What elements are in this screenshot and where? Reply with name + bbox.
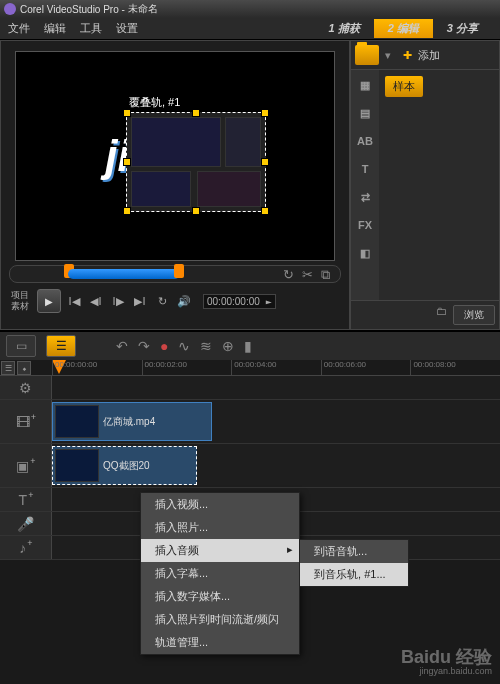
dropdown-icon[interactable]: ▾ [385,49,391,62]
library-body: ▦ ▤ AB T ⇄ FX ◧ 样本 [351,70,499,300]
ctx-insert-photo[interactable]: 插入照片... [141,516,299,539]
overlay-track-head-icon[interactable]: ▣ [0,444,52,487]
ruler-tick: 00:00:00:00 [52,360,142,375]
watermark: Baidu 经验 jingyan.baidu.com [401,650,492,678]
clip-thumb [55,449,99,482]
step-capture[interactable]: 1 捕获 [314,19,373,38]
cut-icon[interactable]: ✂ [302,267,313,283]
loop-button[interactable]: ↻ [153,292,171,310]
resize-handle[interactable] [261,109,269,117]
ctx-insert-digital[interactable]: 插入数字媒体... [141,585,299,608]
track-body[interactable] [52,376,500,399]
resize-handle[interactable] [123,109,131,117]
mode-labels: 项目 素材 [11,290,29,312]
ctx-insert-timelapse[interactable]: 插入照片到时间流逝/频闪 [141,608,299,631]
repeat-icon[interactable]: ↻ [283,267,294,283]
ctx-to-voice-track[interactable]: 到语音轨... [300,540,408,563]
clip-overlay[interactable]: QQ截图20 [52,446,197,485]
clip-label: 亿商城.mp4 [103,415,155,429]
tab-ab-icon[interactable]: AB [355,132,375,150]
next-frame-button[interactable]: I▶ [109,292,127,310]
scrub-bar[interactable]: ↻ ✂ ⧉ [9,265,341,283]
ctx-insert-video[interactable]: 插入视频... [141,493,299,516]
trim-out-handle[interactable] [174,264,184,278]
watermark-brand: Baidu 经验 [401,650,492,664]
resize-handle[interactable] [192,109,200,117]
split-icon[interactable]: ⧉ [321,267,330,283]
overlay-selection[interactable]: 覆叠轨, #1 [126,112,266,212]
library-item-sample[interactable]: 样本 [385,76,423,97]
mode-project[interactable]: 项目 [11,290,29,301]
resize-handle[interactable] [192,207,200,215]
ctx-to-music-track[interactable]: 到音乐轨, #1... [300,563,408,586]
mode-clip[interactable]: 素材 [11,301,29,312]
undo-button[interactable]: ↶ [116,338,128,354]
tab-title-icon[interactable]: T [355,160,375,178]
title-track-head-icon[interactable]: T [0,488,52,511]
timeline-view-button[interactable]: ☰ [46,335,76,357]
title-sep: - [119,4,128,15]
resize-handle[interactable] [261,207,269,215]
step-share[interactable]: 3 分享 [433,19,492,38]
timeline-toolbar: ▭ ☰ ↶ ↷ ● ∿ ≋ ⊕ ▮ [0,330,500,360]
track-options-button[interactable]: ⚙ [0,376,52,399]
ctx-insert-subtitle[interactable]: 插入字幕... [141,562,299,585]
menu-file[interactable]: 文件 [8,21,30,36]
ctx-track-manager[interactable]: 轨道管理... [141,631,299,654]
menu-settings[interactable]: 设置 [116,21,138,36]
tab-fx-icon[interactable]: FX [355,216,375,234]
go-start-button[interactable]: I◀ [65,292,83,310]
app-title: Corel VideoStudio Pro [20,4,119,15]
zoom-button[interactable]: ⊕ [222,338,234,354]
timeline-ruler[interactable]: ☰ ⬥ 00:00:00:00 00:00:02:00 00:00:04:00 … [0,360,500,376]
play-button[interactable]: ▶ [37,289,61,313]
clip-thumb [55,405,99,438]
toggle-tracks-button[interactable]: ☰ [1,361,15,375]
tab-color-icon[interactable]: ▤ [355,104,375,122]
ctx-insert-audio[interactable]: 插入音频 ▸ 到语音轨... 到音乐轨, #1... [141,539,299,562]
video-track: 🎞 亿商城.mp4 [0,400,500,444]
music-track-head-icon[interactable]: ♪ [0,536,52,559]
toggle-markers-button[interactable]: ⬥ [17,361,31,375]
tab-filter-icon[interactable]: ◧ [355,244,375,262]
voice-track-head-icon[interactable]: 🎤 [0,512,52,535]
go-end-button[interactable]: ▶I [131,292,149,310]
marker-button[interactable]: ▮ [244,338,252,354]
browse-icon: 🗀 [436,305,447,325]
resize-handle[interactable] [261,158,269,166]
video-track-head-icon[interactable]: 🎞 [0,400,52,443]
clip-label: QQ截图20 [103,459,150,473]
overlay-track-body[interactable]: QQ截图20 [52,444,500,487]
prev-frame-button[interactable]: ◀I [87,292,105,310]
folder-icon[interactable] [355,45,379,65]
tab-transition-icon[interactable]: ⇄ [355,188,375,206]
record-button[interactable]: ● [160,338,168,354]
overlay-track: ▣ QQ截图20 [0,444,500,488]
tab-media-icon[interactable]: ▦ [355,76,375,94]
mixer-button[interactable]: ≋ [200,338,212,354]
browse-button[interactable]: 浏览 [453,305,495,325]
library-panel: ▾ ✚ 添加 ▦ ▤ AB T ⇄ FX ◧ 样本 🗀 浏览 [350,40,500,330]
library-content[interactable]: 样本 [379,70,499,300]
menu-tools[interactable]: 工具 [80,21,102,36]
timecode-display[interactable]: 00:00:00:00 ► [203,294,276,309]
step-edit[interactable]: 2 编辑 [374,19,433,38]
sound-button[interactable]: ∿ [178,338,190,354]
library-footer: 🗀 浏览 [351,300,499,329]
overlay-thumb [197,171,261,207]
clip-video[interactable]: 亿商城.mp4 [52,402,212,441]
workflow-steps: 1 捕获 2 编辑 3 分享 [314,19,492,38]
preview-pane: jis ng . 覆叠轨, #1 [0,40,350,330]
resize-handle[interactable] [123,207,131,215]
add-button[interactable]: 添加 [418,48,440,63]
redo-button[interactable]: ↷ [138,338,150,354]
menu-edit[interactable]: 编辑 [44,21,66,36]
main-area: jis ng . 覆叠轨, #1 [0,40,500,330]
video-track-body[interactable]: 亿商城.mp4 [52,400,500,443]
preview-window[interactable]: jis ng . 覆叠轨, #1 [15,51,335,261]
timeline: ⚙ 🎞 亿商城.mp4 ▣ QQ截图20 T 🎤 ♪ 插入视频... [0,376,500,684]
resize-handle[interactable] [123,158,131,166]
volume-button[interactable]: 🔊 [175,292,193,310]
doc-title: 未命名 [128,2,158,16]
storyboard-view-button[interactable]: ▭ [6,335,36,357]
